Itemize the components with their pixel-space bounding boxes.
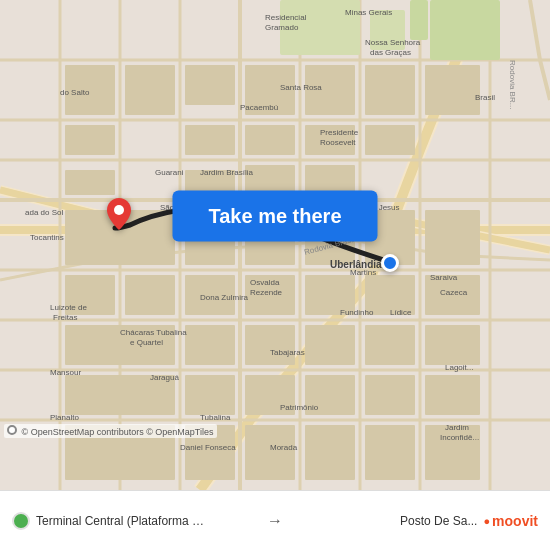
svg-rect-57 bbox=[425, 325, 480, 365]
svg-text:Mansour: Mansour bbox=[50, 368, 81, 377]
svg-rect-27 bbox=[425, 65, 480, 115]
svg-rect-19 bbox=[65, 125, 115, 155]
svg-text:Tubalina: Tubalina bbox=[200, 413, 231, 422]
svg-text:Chácaras Tubalina: Chácaras Tubalina bbox=[120, 328, 187, 337]
svg-text:Uberlândia: Uberlândia bbox=[330, 259, 382, 270]
svg-text:Morada: Morada bbox=[270, 443, 298, 452]
svg-rect-48 bbox=[245, 425, 295, 480]
svg-text:Minas Gerais: Minas Gerais bbox=[345, 8, 392, 17]
origin-icon bbox=[12, 512, 30, 530]
svg-text:Luizote de: Luizote de bbox=[50, 303, 87, 312]
svg-text:Cazeca: Cazeca bbox=[440, 288, 468, 297]
svg-rect-55 bbox=[305, 325, 355, 365]
map-attribution: © OpenStreetMap contributors © OpenMapTi… bbox=[4, 424, 217, 438]
svg-rect-64 bbox=[430, 0, 500, 60]
svg-text:Residencial: Residencial bbox=[265, 13, 307, 22]
destination-dot bbox=[381, 254, 399, 272]
destination-label: Posto De Sa... bbox=[400, 514, 477, 528]
svg-text:Brasil: Brasil bbox=[475, 93, 495, 102]
svg-text:Gramado: Gramado bbox=[265, 23, 299, 32]
svg-rect-39 bbox=[185, 325, 235, 365]
svg-text:Jaraguá: Jaraguá bbox=[150, 373, 179, 382]
svg-text:Saraiva: Saraiva bbox=[430, 273, 458, 282]
svg-text:e Quartel: e Quartel bbox=[130, 338, 163, 347]
svg-rect-22 bbox=[185, 125, 235, 155]
svg-text:Dona Zulmira: Dona Zulmira bbox=[200, 293, 249, 302]
svg-rect-46 bbox=[245, 325, 295, 365]
svg-text:Guarani: Guarani bbox=[155, 168, 184, 177]
svg-text:Jardim Brasília: Jardim Brasília bbox=[200, 168, 253, 177]
svg-rect-33 bbox=[125, 275, 175, 315]
svg-rect-51 bbox=[425, 210, 480, 265]
svg-text:Fundinho: Fundinho bbox=[340, 308, 374, 317]
svg-text:Osvalda: Osvalda bbox=[250, 278, 280, 287]
origin-label: Terminal Central (Plataforma E2 - L... bbox=[36, 514, 206, 528]
svg-text:Presidente: Presidente bbox=[320, 128, 359, 137]
footer-arrow: → bbox=[259, 512, 291, 530]
svg-text:Planalto: Planalto bbox=[50, 413, 79, 422]
svg-text:Rodovia BR...: Rodovia BR... bbox=[508, 60, 517, 109]
svg-rect-18 bbox=[125, 65, 175, 115]
svg-text:Freitas: Freitas bbox=[53, 313, 77, 322]
svg-text:Pacaembú: Pacaembú bbox=[240, 103, 278, 112]
svg-text:Santa Rosa: Santa Rosa bbox=[280, 83, 322, 92]
svg-text:Lagoit...: Lagoit... bbox=[445, 363, 473, 372]
svg-rect-21 bbox=[185, 65, 235, 105]
footer-destination: Posto De Sa... ● moovit bbox=[291, 513, 538, 529]
osm-icon bbox=[7, 425, 17, 435]
svg-point-111 bbox=[114, 205, 124, 215]
svg-text:Jardim: Jardim bbox=[445, 423, 469, 432]
map-area: Residencial Gramado Minas Gerais Nossa S… bbox=[0, 0, 550, 490]
svg-text:Inconfidê...: Inconfidê... bbox=[440, 433, 479, 442]
svg-rect-59 bbox=[365, 375, 415, 415]
svg-rect-65 bbox=[410, 0, 428, 40]
svg-text:Nossa Senhora: Nossa Senhora bbox=[365, 38, 421, 47]
svg-rect-26 bbox=[365, 65, 415, 115]
app-container: Residencial Gramado Minas Gerais Nossa S… bbox=[0, 0, 550, 550]
svg-rect-30 bbox=[365, 125, 415, 155]
svg-text:Patrimônio: Patrimônio bbox=[280, 403, 319, 412]
svg-rect-40 bbox=[185, 375, 235, 415]
svg-text:do Salto: do Salto bbox=[60, 88, 90, 97]
svg-text:Tocantins: Tocantins bbox=[30, 233, 64, 242]
svg-text:Daniel Fonseca: Daniel Fonseca bbox=[180, 443, 236, 452]
svg-rect-28 bbox=[245, 125, 295, 155]
svg-text:ada do Sol: ada do Sol bbox=[25, 208, 63, 217]
take-me-there-button[interactable]: Take me there bbox=[172, 190, 377, 241]
svg-text:das Graças: das Graças bbox=[370, 48, 411, 57]
footer-origin: Terminal Central (Plataforma E2 - L... bbox=[12, 512, 259, 530]
svg-rect-60 bbox=[425, 375, 480, 415]
svg-rect-56 bbox=[365, 325, 415, 365]
moovit-logo: ● moovit bbox=[483, 513, 538, 529]
svg-text:Rezende: Rezende bbox=[250, 288, 283, 297]
svg-text:Roosevelt: Roosevelt bbox=[320, 138, 356, 147]
svg-text:Tabajaras: Tabajaras bbox=[270, 348, 305, 357]
map-background: Residencial Gramado Minas Gerais Nossa S… bbox=[0, 0, 550, 490]
svg-text:Lídice: Lídice bbox=[390, 308, 412, 317]
svg-rect-20 bbox=[65, 170, 115, 195]
origin-pin bbox=[107, 198, 131, 234]
footer-bar: Terminal Central (Plataforma E2 - L... →… bbox=[0, 490, 550, 550]
svg-rect-62 bbox=[365, 425, 415, 480]
svg-rect-61 bbox=[305, 425, 355, 480]
arrow-icon: → bbox=[267, 512, 283, 530]
